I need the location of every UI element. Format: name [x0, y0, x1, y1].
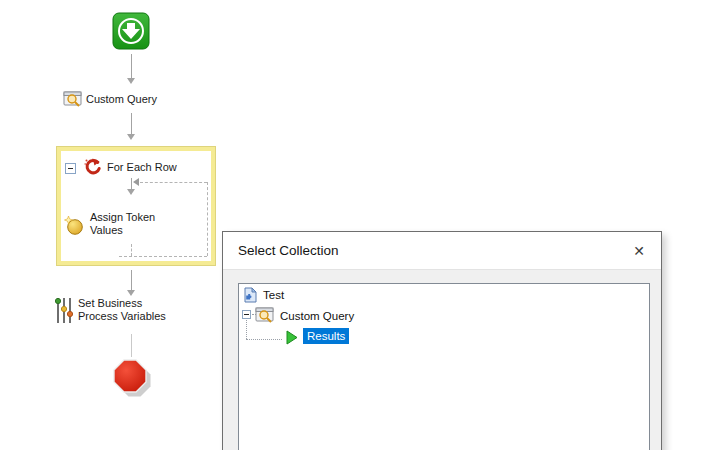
loop-dashed-path — [131, 244, 132, 256]
dialog-titlebar[interactable]: Select Collection ✕ — [223, 232, 661, 270]
sliders-icon — [55, 296, 73, 326]
stop-icon — [110, 356, 152, 398]
tree-item-custom-query[interactable]: Custom Query — [280, 309, 354, 323]
collapse-toggle[interactable] — [65, 163, 76, 174]
query-icon — [63, 90, 83, 108]
tree-item-test[interactable]: Test — [263, 288, 284, 302]
collection-tree[interactable]: Test Custom Query Results — [238, 283, 650, 450]
custom-query-node[interactable]: Custom Query — [63, 90, 163, 110]
loop-back-arrowhead — [133, 178, 139, 186]
loop-dashed-path — [119, 256, 207, 257]
tree-expander-custom-query[interactable] — [242, 310, 251, 319]
close-icon[interactable]: ✕ — [617, 232, 661, 269]
loop-dashed-path — [207, 182, 208, 256]
query-icon — [255, 306, 275, 324]
workflow-file-icon — [242, 287, 258, 303]
tree-connector — [246, 339, 282, 340]
assign-token-label-line1: Assign Token — [90, 211, 155, 224]
set-bpv-label-line1: Set Business — [78, 297, 142, 310]
start-icon — [112, 12, 150, 50]
stop-node[interactable] — [110, 356, 152, 398]
for-each-row-label: For Each Row — [107, 161, 177, 174]
select-collection-dialog: Select Collection ✕ Test Custom Query Re… — [222, 231, 662, 450]
loop-icon — [84, 158, 102, 176]
tree-item-results[interactable]: Results — [303, 328, 349, 344]
play-icon — [285, 330, 298, 345]
tree-connector — [246, 320, 247, 339]
token-coin-icon — [64, 215, 84, 235]
flow-connector-arrow — [131, 270, 132, 290]
flow-connector-arrow — [131, 113, 132, 134]
flow-connector-arrow — [131, 54, 132, 78]
loop-dashed-path — [140, 182, 207, 183]
for-each-row-node[interactable]: For Each Row Assign Token Values — [57, 147, 215, 265]
flow-connector-line — [131, 334, 132, 357]
assign-token-label-line2: Values — [90, 224, 123, 237]
dialog-title: Select Collection — [223, 243, 617, 258]
set-bpv-node[interactable]: Set Business Process Variables — [55, 294, 185, 328]
start-node[interactable] — [112, 12, 150, 50]
set-bpv-label-line2: Process Variables — [78, 310, 166, 323]
custom-query-label: Custom Query — [86, 93, 157, 106]
loop-entry-arrow — [131, 178, 132, 189]
